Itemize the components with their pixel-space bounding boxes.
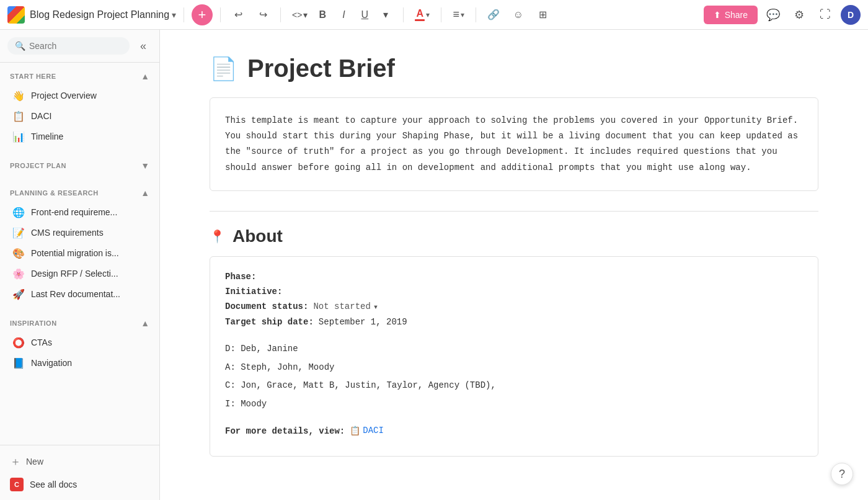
share-icon: ⬆ [714,10,721,20]
about-row-ship-date: Target ship date: September 1, 2019 [225,317,803,327]
inspiration-header[interactable]: INSPIRATION ▲ [0,315,159,332]
underline-button[interactable]: U [355,5,374,25]
cms-icon: 📝 [12,226,25,239]
fullscreen-button[interactable]: ⛶ [815,4,836,25]
navigation-icon: 📘 [12,357,25,369]
avatar-initials: D [848,10,854,20]
doc-title-text: Blog Redesign Project Planning [30,9,169,20]
align-icon: ≡ [453,8,459,21]
project-plan-toggle-icon: ▼ [141,161,149,171]
align-dropdown[interactable]: ≡ ▾ [449,6,468,24]
sidebar-item-last-rev[interactable]: 🚀 Last Rev documentat... [2,284,157,304]
sidebar-item-timeline[interactable]: 📊 Timeline [2,127,157,146]
font-color-bar [415,19,425,21]
settings-button[interactable]: ⚙ [789,4,810,25]
code-dropdown[interactable]: <> ▾ [288,7,311,22]
toolbar-right: ⬆ Share 💬 ⚙ ⛶ D [704,4,861,25]
sidebar-item-label: Last Rev documentat... [31,289,120,299]
help-button[interactable]: ? [831,463,853,485]
sidebar-section-project-plan: PROJECT PLAN ▼ [0,152,159,179]
start-here-header[interactable]: START HERE ▲ [0,68,159,85]
link-button[interactable]: 🔗 [484,5,503,25]
collapse-sidebar-button[interactable]: « [135,37,152,55]
text-format-dropdown[interactable]: ▾ [376,5,396,25]
sidebar-item-frontend[interactable]: 🌐 Front-end requireme... [2,202,157,222]
more-details-prefix: For more details, view: [225,426,345,436]
toolbar-left: Blog Redesign Project Planning ▾ + ↩ ↪ <… [7,4,699,25]
ctas-icon: ⭕ [12,336,25,349]
sidebar-item-label: Potential migration is... [31,248,119,258]
sidebar-item-project-overview[interactable]: 👋 Project Overview [2,86,157,105]
status-chevron-icon: ▾ [373,301,378,312]
share-button[interactable]: ⬆ Share [704,6,758,24]
table-button[interactable]: ⊞ [533,5,553,25]
add-icon: + [198,7,206,23]
font-color-btn: A [415,9,425,21]
status-value: Not started [313,301,370,311]
about-spacer [225,332,803,342]
code-icon: <> [292,10,302,20]
doc-title[interactable]: Blog Redesign Project Planning ▾ [30,9,176,20]
avatar[interactable]: D [841,5,861,25]
main-layout: 🔍 « START HERE ▲ 👋 Project Overview 📋 DA… [0,30,868,500]
add-button[interactable]: + [192,4,213,25]
sidebar-item-daci[interactable]: 📋 DACI [2,106,157,126]
page-title: Project Brief [247,55,395,83]
see-all-icon-letter: C [14,481,19,488]
about-heading-row: 📍 About [210,226,818,246]
comment-button[interactable]: 💬 [763,4,784,25]
sidebar-search-area: 🔍 « [0,30,159,63]
content-area: 📄 Project Brief This template is meant t… [160,30,868,500]
toolbar-divider6 [476,7,476,22]
start-here-title: START HERE [10,73,56,80]
code-chevron-icon: ▾ [303,10,308,20]
toolbar-divider5 [441,7,441,22]
toolbar-divider4 [403,7,404,22]
undo-icon: ↩ [234,9,242,20]
font-color-letter: A [417,9,424,19]
sidebar-item-migration[interactable]: 🎨 Potential migration is... [2,243,157,263]
sidebar-item-cms[interactable]: 📝 CMS requirements [2,223,157,243]
italic-icon: I [342,9,345,20]
search-icon: 🔍 [15,41,25,51]
bold-button[interactable]: B [312,5,332,25]
undo-button[interactable]: ↩ [228,5,248,25]
chevron-down-icon: ▾ [172,10,176,20]
about-row-status: Document status: Not started ▾ [225,301,803,312]
start-here-toggle-icon: ▲ [141,71,149,81]
gear-icon: ⚙ [794,8,804,22]
doc-status-label: Document status: [225,301,308,311]
search-input-wrap[interactable]: 🔍 [7,37,130,55]
about-row-initiative: Initiative: [225,287,803,297]
font-color-dropdown[interactable]: A ▾ [411,6,433,24]
emoji-icon: ☺ [513,9,523,20]
about-heading: About [232,226,283,246]
emoji-button[interactable]: ☺ [508,5,528,25]
sidebar-item-design-rfp[interactable]: 🌸 Design RFP / Selecti... [2,264,157,283]
timeline-icon: 📊 [12,130,25,143]
format-group: <> ▾ B I U ▾ [288,5,396,25]
planning-header[interactable]: PLANNING & RESEARCH ▲ [0,184,159,202]
doc-status-dropdown[interactable]: Not started ▾ [313,301,378,312]
sidebar-item-navigation[interactable]: 📘 Navigation [2,353,157,373]
daci-link[interactable]: 📋 DACI [350,426,384,436]
see-all-docs-link[interactable]: C See all docs [7,474,152,495]
sidebar-section-inspiration: INSPIRATION ▲ ⭕ CTAs 📘 Navigation [0,310,159,378]
search-input[interactable] [29,41,122,51]
sidebar-item-label: Navigation [31,358,72,368]
page-title-row: 📄 Project Brief [210,55,818,83]
new-doc-label: New [26,457,43,467]
project-plan-header[interactable]: PROJECT PLAN ▼ [0,157,159,174]
new-doc-button[interactable]: ＋ New [7,450,152,473]
italic-button[interactable]: I [334,5,353,25]
redo-button[interactable]: ↪ [253,5,273,25]
collapse-icon: « [140,40,146,53]
sidebar-item-ctas[interactable]: ⭕ CTAs [2,333,157,352]
sidebar-bottom: ＋ New C See all docs [0,445,159,500]
intro-text: This template is meant to capture your a… [225,113,803,176]
pin-icon: 📍 [210,229,225,244]
sidebar: 🔍 « START HERE ▲ 👋 Project Overview 📋 DA… [0,30,160,500]
planning-title: PLANNING & RESEARCH [10,189,99,197]
sidebar-item-label: Timeline [31,132,63,141]
underline-icon: U [361,9,369,20]
